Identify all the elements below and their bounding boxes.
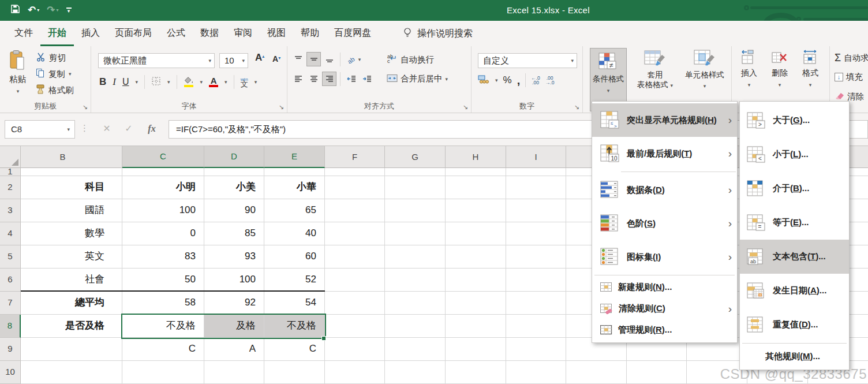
delete-cells-button[interactable]: 删除 ▾ [765, 50, 795, 89]
cell-E5[interactable]: 60 [264, 245, 325, 269]
clipboard-dialog-launcher-icon[interactable]: ↘ [83, 103, 88, 111]
cell-E7[interactable]: 54 [264, 292, 325, 315]
cell-C2[interactable]: 小明 [122, 176, 204, 199]
borders-dropdown-arrow[interactable]: ▾ [167, 79, 170, 85]
insert-function-icon[interactable]: fx [142, 120, 162, 139]
menu-item-manage-rules[interactable]: 管理规则(R)... [592, 319, 737, 341]
cell-C4[interactable]: 0 [122, 222, 204, 245]
cell-B9[interactable] [21, 338, 122, 361]
col-header-C[interactable]: C [122, 146, 204, 168]
cell-B7[interactable]: 總平均 [21, 292, 122, 315]
font-color-dropdown-arrow[interactable]: ▾ [225, 79, 227, 85]
col-header-D[interactable]: D [204, 146, 264, 168]
select-all-corner[interactable] [0, 146, 21, 168]
row-header-8[interactable]: 8 [0, 315, 21, 338]
submenu-item-greater-than[interactable]: > 大于(G)... [740, 103, 849, 137]
submenu-item-date-occurring[interactable]: 发生日期(A)... [740, 274, 849, 308]
decrease-decimal-button[interactable]: .00→.0 [545, 76, 555, 85]
cell-D4[interactable]: 85 [204, 222, 264, 245]
submenu-item-between[interactable]: 介于(B)... [740, 172, 849, 206]
row-header-1[interactable]: 1 [0, 168, 21, 176]
increase-indent-button[interactable] [360, 72, 374, 86]
tab-data[interactable]: 数据 [193, 21, 226, 46]
cell-E4[interactable]: 40 [264, 222, 325, 245]
row-header-9[interactable]: 9 [0, 338, 21, 361]
fill-color-button[interactable] [184, 77, 194, 87]
submenu-item-less-than[interactable]: < 小于(L)... [740, 137, 849, 172]
cell-styles-button[interactable]: 单元格样式 ▾ [680, 49, 729, 90]
phonetic-guide-button[interactable]: wén文 [241, 77, 248, 87]
cell-E2[interactable]: 小華 [264, 176, 325, 199]
submenu-item-duplicate-values[interactable]: 重复值(D)... [740, 308, 849, 342]
cell-B3[interactable]: 國語 [21, 199, 122, 222]
cell-D3[interactable]: 90 [204, 199, 264, 222]
paste-button[interactable]: 粘贴 ▾ [3, 50, 32, 102]
font-dialog-launcher-icon[interactable]: ↘ [279, 103, 284, 111]
decrease-font-size-button[interactable]: A▾ [272, 55, 280, 63]
comma-style-button[interactable]: , [517, 74, 521, 87]
cell-C9[interactable]: C [122, 338, 204, 361]
tab-file[interactable]: 文件 [7, 21, 40, 46]
align-top-button[interactable] [291, 52, 305, 66]
menu-item-clear-rules[interactable]: 清除规则(C) › [592, 298, 737, 319]
row-header-2[interactable]: 2 [0, 176, 21, 199]
align-bottom-button[interactable] [322, 52, 336, 66]
cell-C6[interactable]: 50 [122, 269, 204, 292]
menu-item-highlight-cells-rules[interactable]: ≤> 突出显示单元格规则(H) › [592, 103, 737, 137]
format-cells-button[interactable]: 格式 ▾ [795, 50, 825, 89]
submenu-item-text-contains[interactable]: ab 文本包含(T)... [740, 240, 849, 274]
cell-D2[interactable]: 小美 [204, 176, 264, 199]
insert-cells-button[interactable]: 插入 ▾ [734, 50, 764, 89]
col-header-H[interactable]: H [446, 146, 506, 168]
row-header-5[interactable]: 5 [0, 245, 21, 269]
number-dialog-launcher-icon[interactable]: ↘ [574, 103, 579, 111]
accounting-format-icon[interactable] [478, 74, 490, 87]
align-center-button[interactable] [306, 72, 321, 86]
col-header-F[interactable]: F [325, 146, 385, 168]
menu-item-icon-sets[interactable]: 图标集(I) › [592, 240, 737, 274]
tell-me-search[interactable]: 操作说明搜索 [403, 21, 473, 46]
tab-formulas[interactable]: 公式 [159, 21, 193, 46]
font-name-combo[interactable]: 微軟正黑體▾ [98, 53, 215, 68]
fill-handle[interactable] [321, 336, 326, 341]
cell-D9[interactable]: A [204, 338, 264, 361]
cell-B4[interactable]: 數學 [21, 222, 122, 245]
menu-item-color-scales[interactable]: 色阶(S) › [592, 207, 737, 240]
tab-home[interactable]: 开始 [40, 21, 74, 46]
alignment-dialog-launcher-icon[interactable]: ↘ [463, 103, 468, 111]
format-as-table-button[interactable]: 套用 表格格式 ▾ [631, 49, 679, 91]
row-header-6[interactable]: 6 [0, 269, 21, 292]
number-format-combo[interactable]: 自定义▾ [478, 53, 577, 68]
redo-button[interactable]: ↷▾ [47, 5, 58, 16]
font-color-button[interactable]: A [209, 77, 218, 87]
cell-C7[interactable]: 58 [122, 292, 204, 315]
cell-B6[interactable]: 社會 [21, 269, 122, 292]
copy-button[interactable]: 复制 ▾ [36, 68, 72, 80]
cell-D5[interactable]: 93 [204, 245, 264, 269]
fill-button[interactable]: ↓ 填充 [835, 72, 863, 83]
tab-review[interactable]: 审阅 [226, 21, 260, 46]
name-box[interactable]: C8 ▾ [5, 120, 75, 139]
submenu-item-equal-to[interactable]: = 等于(E)... [740, 206, 849, 240]
menu-item-top-bottom-rules[interactable]: 10 最前/最后规则(T) › [592, 137, 737, 170]
tab-view[interactable]: 视图 [260, 21, 293, 46]
fill-color-dropdown-arrow[interactable]: ▾ [200, 79, 203, 85]
menu-item-data-bars[interactable]: 数据条(D) › [592, 173, 737, 207]
merge-dropdown-arrow[interactable]: ▾ [446, 76, 448, 82]
cell-E9[interactable]: C [264, 338, 325, 361]
row-header-10[interactable]: 10 [0, 361, 21, 384]
wrap-text-button[interactable]: abc 自动换行 [387, 54, 434, 65]
cell-B2[interactable]: 科目 [21, 176, 122, 199]
borders-icon[interactable] [151, 76, 161, 88]
menu-item-new-rule[interactable]: 新建规则(N)... [592, 277, 737, 298]
align-right-button[interactable] [322, 72, 336, 86]
enter-formula-icon[interactable]: ✓ [119, 120, 139, 139]
format-painter-button[interactable]: 格式刷 [36, 84, 74, 96]
increase-decimal-button[interactable]: ←.0.00 [531, 76, 540, 85]
bold-button[interactable]: B [99, 76, 106, 88]
tab-page-layout[interactable]: 页面布局 [107, 21, 159, 46]
col-header-E[interactable]: E [264, 146, 325, 168]
underline-button[interactable]: U [122, 77, 129, 87]
align-middle-button[interactable] [306, 52, 321, 66]
percent-style-button[interactable]: % [503, 74, 512, 86]
